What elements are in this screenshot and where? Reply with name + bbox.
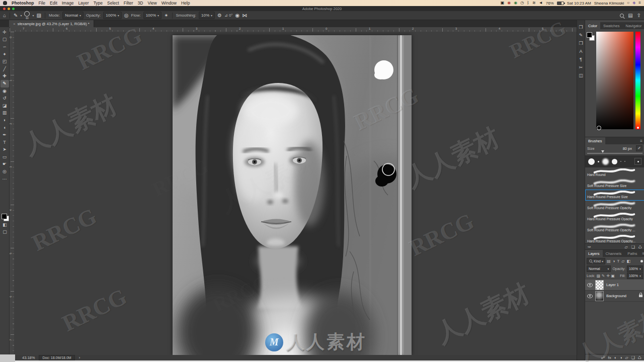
layer-thumbnail[interactable] <box>595 280 604 290</box>
lock-position-icon[interactable]: ✛ <box>606 274 609 278</box>
brush-preview-toggle[interactable]: ✑ <box>588 245 591 249</box>
brush-preset-picker[interactable]: 80 <box>24 11 30 20</box>
hue-slider[interactable] <box>635 32 640 129</box>
recent-brush-hard[interactable] <box>588 158 595 165</box>
menu-photoshop[interactable]: Photoshop <box>12 1 34 6</box>
pressure-size-toggle-icon[interactable]: ✐ <box>636 145 642 151</box>
properties-panel-icon[interactable]: ◫ <box>579 73 583 78</box>
menu-item[interactable]: Edit <box>50 1 57 6</box>
apple-logo-icon[interactable] <box>3 1 7 5</box>
spotlight-icon[interactable]: ○ <box>627 1 629 6</box>
pressure-opacity-icon[interactable]: ◎ <box>124 13 129 19</box>
menu-item[interactable]: Layer <box>78 1 89 6</box>
eyedropper-tool[interactable]: ╱ <box>1 65 9 73</box>
filter-toggle-switch[interactable] <box>640 260 643 262</box>
brush-tool-icon[interactable]: ✎ <box>14 13 18 19</box>
layer-blend-mode-dropdown[interactable]: Normal▾ <box>587 265 611 272</box>
new-brush-button[interactable]: ❏ <box>631 245 635 249</box>
lock-all-icon[interactable]: ▣ <box>611 274 614 278</box>
Hard Round[interactable]: Hard Round <box>585 167 644 178</box>
Hard Round Pressure Opacity[interactable]: Hard Round Pressure Opacity <box>585 212 644 223</box>
menu-item[interactable]: File <box>38 1 45 6</box>
history-brush-tool[interactable]: ↺ <box>1 95 9 102</box>
character-panel-icon[interactable]: A <box>579 49 582 54</box>
menu-item[interactable]: Select <box>107 1 119 6</box>
type-tool[interactable]: T <box>1 139 9 146</box>
edit-toolbar-button[interactable]: ⋯ <box>1 175 9 183</box>
tab-layers[interactable]: Layers <box>585 250 603 257</box>
lock-transparency-icon[interactable]: ▨ <box>597 274 600 278</box>
panel-menu-icon[interactable]: ≡ <box>638 137 644 144</box>
healing-brush-tool[interactable]: ✚ <box>1 73 9 80</box>
new-layer-button[interactable]: ❏ <box>631 355 635 360</box>
foreground-background-swatches[interactable] <box>1 213 9 221</box>
recent-brush-hard-2[interactable] <box>612 159 617 164</box>
search-icon[interactable] <box>620 14 624 18</box>
siri-icon[interactable]: ◈ <box>632 1 635 6</box>
layer-style-button[interactable]: fx <box>608 355 611 360</box>
canvas-area[interactable] <box>14 32 577 355</box>
pen-tool[interactable]: ✒ <box>1 131 9 139</box>
menu-item[interactable]: Window <box>162 1 177 6</box>
smoothing-dropdown[interactable]: 10%▾ <box>199 12 215 19</box>
gradient-tool[interactable]: ▥ <box>1 110 9 117</box>
path-selection-tool[interactable]: ➤ <box>1 146 9 154</box>
brush-size-value[interactable]: 80 px <box>623 146 632 151</box>
screen-mode-button[interactable]: ▢ <box>1 229 9 236</box>
display-icon[interactable]: ▣ <box>501 1 505 6</box>
delete-layer-button[interactable]: ♺ <box>638 355 641 360</box>
status-expand-arrow[interactable]: › <box>79 355 80 360</box>
brush-picker-caret-icon[interactable]: ▾ <box>32 14 34 17</box>
recent-brush-faint-2[interactable] <box>624 161 625 162</box>
brush-folder-button[interactable]: ▱ <box>625 245 628 249</box>
tab-channels[interactable]: Channels <box>603 250 625 257</box>
brush-angle-field[interactable]: ⊿ 0° <box>224 13 233 18</box>
libraries-panel-icon[interactable]: ✂ <box>579 65 583 70</box>
hue-slider-marker[interactable] <box>637 127 639 129</box>
filter-shape-layers-icon[interactable]: ▱ <box>621 259 624 263</box>
opacity-dropdown[interactable]: 100%▾ <box>103 12 121 19</box>
lasso-tool[interactable]: ∽ <box>1 43 9 51</box>
home-icon[interactable]: ⌂ <box>3 13 6 19</box>
fg-bg-mini-swatches[interactable] <box>587 32 595 40</box>
Soft Round Pressure Size[interactable]: Soft Round Pressure Size <box>585 178 644 190</box>
Hard Round Pressure Size[interactable]: Hard Round Pressure Size <box>585 190 644 201</box>
bluetooth-icon[interactable]: ᛒ <box>527 1 529 6</box>
menu-item[interactable]: View <box>147 1 156 6</box>
Soft Round Pressure Opacity ...[interactable]: Soft Round Pressure Opacity ... <box>585 223 644 234</box>
foreground-color-swatch[interactable] <box>2 214 7 219</box>
group-layers-button[interactable]: ▱ <box>625 355 628 360</box>
tab-color[interactable]: Color <box>585 22 600 29</box>
marquee-tool[interactable]: ▢ <box>1 36 9 44</box>
paragraph-panel-icon[interactable]: ¶ <box>580 57 582 62</box>
recent-brush-small[interactable] <box>598 161 599 162</box>
dodge-tool[interactable]: ◖ <box>1 124 9 132</box>
toggle-brush-settings-icon[interactable]: ▨ <box>36 13 41 19</box>
volume-icon[interactable]: ◄ <box>539 1 543 6</box>
layer-thumbnail[interactable] <box>595 291 604 301</box>
minimize-window-button[interactable] <box>8 8 10 10</box>
wifi-icon[interactable]: ≋ <box>532 1 536 6</box>
layer-fill-dropdown[interactable]: 100%▾ <box>627 273 643 279</box>
brush-settings-panel-icon[interactable]: ✎ <box>579 33 583 38</box>
menu-item[interactable]: 3D <box>138 1 143 6</box>
Soft Round Pressure Opacity[interactable]: Soft Round Pressure Opacity <box>585 201 644 212</box>
smoothing-gear-icon[interactable]: ⚙ <box>217 13 222 19</box>
delete-brush-button[interactable]: ♺ <box>638 245 642 249</box>
tab-swatches[interactable]: Swatches <box>600 22 623 29</box>
move-tool[interactable]: ✛ <box>1 29 9 36</box>
layer-row-background[interactable]: Background <box>585 291 644 302</box>
add-mask-button[interactable]: ◐ <box>614 355 617 360</box>
blend-mode-dropdown[interactable]: Normal▾ <box>62 12 84 19</box>
layer-filter-kind-dropdown[interactable]: Kind▾ <box>587 258 605 264</box>
filter-pixel-layers-icon[interactable]: ▤ <box>607 259 611 263</box>
menu-item[interactable]: Filter <box>124 1 133 6</box>
link-layers-button[interactable]: ☍ <box>601 355 605 360</box>
color-picker-ring[interactable] <box>597 126 601 130</box>
tool-preset-caret-icon[interactable]: ▾ <box>20 14 22 17</box>
app-dot-green-icon[interactable]: ◉ <box>514 1 517 6</box>
tab-brushes[interactable]: Brushes <box>585 137 605 144</box>
adjustment-layer-button[interactable]: ◑ <box>620 355 622 360</box>
airbrush-icon[interactable]: ✴ <box>164 13 168 19</box>
brush-size-slider[interactable] <box>587 153 642 154</box>
